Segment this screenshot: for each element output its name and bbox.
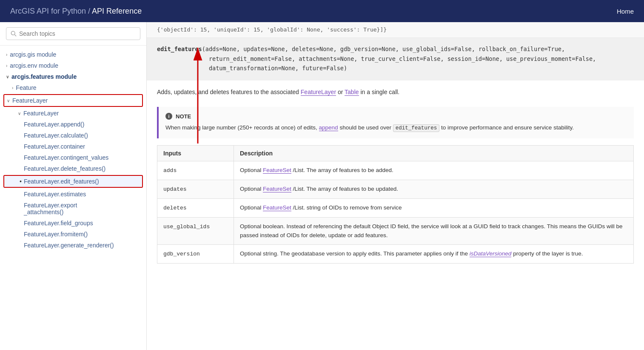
params-table: Inputs Description adds Optional Feature… [157, 145, 634, 263]
sidebar-item-arcgis-features[interactable]: ∨ arcgis.features module [0, 71, 146, 82]
param-name: use_global_ids [163, 224, 210, 230]
nav-label: FeatureLayer.contingent_values [24, 154, 108, 161]
param-name: updates [163, 186, 187, 192]
nav-tree: › arcgis.gis module › arcgis.env module … [0, 46, 146, 350]
nav-label: arcgis.gis module [10, 51, 56, 58]
code-output-top: {'objectId': 15, 'uniqueId': 15, 'global… [147, 22, 644, 38]
nav-label: FeatureLayer.estimates [24, 191, 86, 198]
sidebar-item-fl-edit-boxed[interactable]: • FeatureLayer.edit_features() [3, 175, 143, 188]
table-row: gdb_version Optional string. The geodata… [157, 244, 634, 263]
app-name: ArcGIS API for Python [10, 7, 86, 15]
api-reference-label: API Reference [92, 7, 142, 15]
nav-label: FeatureLayer.append() [24, 121, 84, 128]
col-description: Description [234, 146, 634, 161]
param-name: gdb_version [163, 251, 200, 257]
expand-arrow: ∨ [6, 75, 9, 79]
nav-label: FeatureLayer.container [24, 143, 85, 150]
table-row: updates Optional FeatureSet /List. The a… [157, 180, 634, 198]
nav-label: FeatureLayer.edit_features() [24, 178, 99, 185]
sidebar-item-fl-generate[interactable]: FeatureLayer.generate_renderer() [0, 240, 146, 251]
table-link[interactable]: Table [345, 89, 359, 96]
func-sig-text: edit_features(adds=None, updates=None, d… [157, 46, 596, 72]
function-description: Adds, updates, and deletes features to t… [147, 80, 644, 103]
desc-text-before: Adds, updates, and deletes features to t… [157, 89, 301, 95]
featureset-link[interactable]: FeatureSet [263, 204, 291, 211]
sidebar-item-arcgis-gis[interactable]: › arcgis.gis module [0, 49, 146, 60]
sidebar-item-featurelayer-boxed[interactable]: ∨ FeatureLayer [3, 94, 143, 107]
note-header: i NOTE [165, 113, 627, 120]
nav-label: FeatureLayer [12, 97, 48, 104]
search-box [0, 22, 146, 46]
param-desc: Optional string. The geodatabase version… [234, 244, 634, 263]
sidebar-item-fl-edit-inner: • FeatureLayer.edit_features() [4, 176, 142, 187]
param-name: deletes [163, 205, 187, 211]
func-name: edit_features [157, 46, 202, 52]
sidebar-item-fl-export[interactable]: FeatureLayer.export_attachments() [0, 200, 146, 218]
featureset-link[interactable]: FeatureSet [263, 167, 291, 174]
sidebar-item-fl-fromitem[interactable]: FeatureLayer.fromitem() [0, 229, 146, 240]
sidebar-item-feature[interactable]: › Feature [0, 82, 146, 93]
sidebar-item-featurelayer-sub[interactable]: ∨ FeatureLayer [0, 108, 146, 119]
sidebar: › arcgis.gis module › arcgis.env module … [0, 22, 147, 350]
col-inputs: Inputs [157, 146, 234, 161]
nav-label: FeatureLayer.fromitem() [24, 231, 88, 238]
nav-label: Feature [16, 84, 36, 91]
note-mid: should be used over [338, 124, 393, 131]
app-header: ArcGIS API for Python / API Reference Ho… [0, 0, 644, 22]
param-desc: Optional boolean. Instead of referencing… [234, 217, 634, 244]
nav-label: FeatureLayer.delete_features() [24, 165, 105, 172]
featurelayer-link[interactable]: FeatureLayer [301, 89, 336, 96]
sidebar-item-fl-estimates[interactable]: FeatureLayer.estimates [0, 189, 146, 200]
nav-label: FeatureLayer.generate_renderer() [24, 242, 114, 249]
sidebar-item-fl-container[interactable]: FeatureLayer.container [0, 141, 146, 152]
svg-line-1 [14, 34, 16, 36]
nav-label: arcgis.env module [10, 62, 58, 69]
featureset-link[interactable]: FeatureSet [263, 186, 291, 192]
param-desc: Optional FeatureSet /List. The array of … [234, 180, 634, 198]
search-input[interactable] [19, 30, 136, 37]
sidebar-item-fl-fieldgroups[interactable]: FeatureLayer.field_groups [0, 218, 146, 229]
active-dot: • [20, 178, 22, 185]
code-output-text: {'objectId': 15, 'uniqueId': 15, 'global… [157, 26, 387, 33]
append-link[interactable]: append [319, 124, 338, 131]
nav-label: FeatureLayer.field_groups [24, 220, 93, 227]
nav-label: FeatureLayer.export_attachments() [24, 202, 77, 215]
header-title: ArcGIS API for Python / API Reference [10, 7, 142, 16]
function-signature: edit_features(adds=None, updates=None, d… [147, 38, 644, 80]
expand-arrow: ∨ [18, 111, 21, 116]
note-before: When making large number (250+ records a… [165, 124, 319, 131]
desc-text-after: in a single call. [359, 89, 400, 95]
sidebar-item-fl-delete[interactable]: FeatureLayer.delete_features() [0, 163, 146, 174]
search-input-wrap[interactable] [6, 27, 140, 40]
search-icon [11, 31, 17, 37]
info-icon: i [165, 113, 172, 120]
isdataversioned-link[interactable]: isDataVersioned [470, 250, 512, 257]
svg-point-0 [11, 31, 15, 35]
note-box: i NOTE When making large number (250+ re… [157, 107, 634, 138]
param-name: adds [163, 167, 177, 174]
param-desc: Optional FeatureSet /List. string of OID… [234, 198, 634, 217]
note-text: When making large number (250+ records a… [165, 123, 627, 132]
func-params: (adds=None, updates=None, deletes=None, … [157, 46, 596, 72]
param-desc: Optional FeatureSet /List. The array of … [234, 161, 634, 180]
table-row: deletes Optional FeatureSet /List. strin… [157, 198, 634, 217]
expand-arrow: ∨ [7, 98, 10, 103]
expand-arrow: › [6, 63, 7, 68]
expand-arrow: › [6, 52, 7, 57]
expand-arrow: › [12, 86, 13, 90]
nav-label: FeatureLayer [23, 110, 59, 117]
sidebar-item-fl-calculate[interactable]: FeatureLayer.calculate() [0, 130, 146, 141]
note-after: to improve performance and ensure servic… [439, 124, 574, 131]
sidebar-item-arcgis-env[interactable]: › arcgis.env module [0, 60, 146, 71]
home-link[interactable]: Home [617, 8, 634, 15]
content-area: {'objectId': 15, 'uniqueId': 15, 'global… [147, 22, 644, 350]
table-row: use_global_ids Optional boolean. Instead… [157, 217, 634, 244]
nav-label: FeatureLayer.calculate() [24, 132, 88, 139]
sidebar-featurelayer-inner: ∨ FeatureLayer [4, 95, 142, 106]
sidebar-item-fl-contingent[interactable]: FeatureLayer.contingent_values [0, 152, 146, 163]
note-title: NOTE [176, 113, 191, 120]
separator: / [86, 7, 92, 15]
nav-label: arcgis.features module [11, 73, 77, 80]
sidebar-item-fl-append[interactable]: FeatureLayer.append() [0, 119, 146, 130]
table-row: adds Optional FeatureSet /List. The arra… [157, 161, 634, 180]
